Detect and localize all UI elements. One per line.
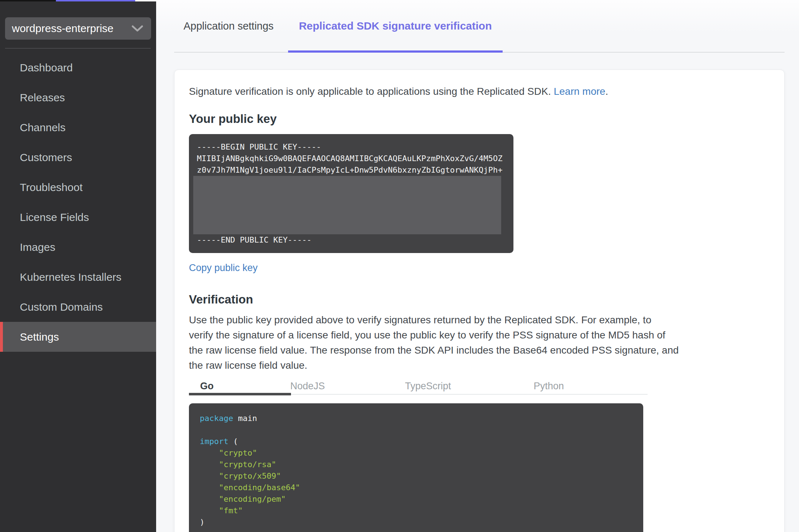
intro-sentence: Signature verification is only applicabl… xyxy=(189,86,554,97)
app-selector-value: wordpress-enterprise xyxy=(12,22,114,35)
code-line: "fmt" xyxy=(200,505,632,517)
sidebar-item-label: Customers xyxy=(20,151,72,164)
sidebar-item-label: Settings xyxy=(20,331,59,343)
verification-description-line: Use the public key provided above to ver… xyxy=(189,312,770,328)
sidebar-item-channels[interactable]: Channels xyxy=(0,112,156,142)
intro-period: . xyxy=(605,86,608,97)
top-strip xyxy=(0,0,156,1)
sidebar-item-kubernetes-installers[interactable]: Kubernetes Installers xyxy=(0,262,156,292)
code-token-kw: import xyxy=(200,437,228,446)
key-line-2: z0v7Jh7M1NgV1joeu9l1/IaCPsMpyIcL+Dnw5Pdv… xyxy=(197,164,506,176)
code-token-str: "crypto/x509" xyxy=(219,471,281,480)
verification-description-line: verify the signature of a license field,… xyxy=(189,328,770,343)
tab-application-settings[interactable]: Application settings xyxy=(184,20,274,32)
sidebar-item-label: Releases xyxy=(20,92,65,104)
go-code-block: package main import ( "crypto" "crypto/r… xyxy=(189,403,643,532)
verification-description-line: the raw license field value. The respons… xyxy=(189,343,770,358)
code-token-str: "crypto" xyxy=(219,448,257,457)
tab-replicated-sdk-signature-verification[interactable]: Replicated SDK signature verification xyxy=(288,0,503,52)
sidebar-item-custom-domains[interactable]: Custom Domains xyxy=(0,292,156,322)
sidebar-item-dashboard[interactable]: Dashboard xyxy=(0,53,156,83)
language-tab-nodejs[interactable]: NodeJS xyxy=(290,378,325,394)
sidebar-item-label: Images xyxy=(20,241,55,253)
public-key-heading: Your public key xyxy=(189,112,770,126)
language-tab-python[interactable]: Python xyxy=(534,378,564,394)
sidebar-item-label: License Fields xyxy=(20,211,89,223)
key-end-line: -----END PUBLIC KEY----- xyxy=(197,234,506,246)
sidebar-item-images[interactable]: Images xyxy=(0,232,156,262)
top-strip-purple-segment xyxy=(56,0,135,1)
code-token-pl: main xyxy=(233,414,257,423)
code-line: "crypto/rsa" xyxy=(200,459,632,470)
sidebar-item-releases[interactable]: Releases xyxy=(0,83,156,112)
code-line: "encoding/pem" xyxy=(200,493,632,505)
code-line: package main xyxy=(200,413,632,424)
code-token-pl xyxy=(200,471,219,480)
redacted-key-overlay xyxy=(193,176,501,234)
sidebar: wordpress-enterprise DashboardReleasesCh… xyxy=(0,0,156,532)
sdk-verification-card: Signature verification is only applicabl… xyxy=(174,70,785,532)
key-line-1: MIIBIjANBgkqhkiG9w0BAQEFAAOCAQ8AMIIBCgKC… xyxy=(197,153,506,164)
code-line: "crypto/x509" xyxy=(200,470,632,482)
sidebar-item-troubleshoot[interactable]: Troubleshoot xyxy=(0,172,156,202)
public-key-block: -----BEGIN PUBLIC KEY----- MIIBIjANBgkqh… xyxy=(189,134,513,253)
sidebar-item-license-fields[interactable]: License Fields xyxy=(0,202,156,232)
code-token-str: "crypto/rsa" xyxy=(219,460,276,469)
sidebar-item-settings[interactable]: Settings xyxy=(0,322,156,352)
app-selector-dropdown[interactable]: wordpress-enterprise xyxy=(5,17,151,40)
language-tab-typescript[interactable]: TypeScript xyxy=(405,378,451,394)
verification-description-line: the raw license field value. xyxy=(189,358,770,373)
sidebar-item-label: Kubernetes Installers xyxy=(20,271,122,283)
code-line: ) xyxy=(200,517,632,528)
intro-text: Signature verification is only applicabl… xyxy=(189,86,770,97)
verification-heading: Verification xyxy=(189,292,770,307)
chevron-down-icon xyxy=(132,25,143,32)
code-line xyxy=(200,424,632,436)
code-token-pl xyxy=(200,506,219,515)
code-line: "crypto" xyxy=(200,447,632,459)
code-token-str: "encoding/base64" xyxy=(219,483,300,492)
settings-tabs: Application settingsReplicated SDK signa… xyxy=(174,0,785,53)
sidebar-item-label: Custom Domains xyxy=(20,301,103,313)
code-token-pl: ( xyxy=(228,437,238,446)
copy-public-key-link[interactable]: Copy public key xyxy=(189,262,258,274)
sidebar-item-label: Channels xyxy=(20,121,66,134)
main-content: Application settingsReplicated SDK signa… xyxy=(156,0,799,532)
language-tab-go[interactable]: Go xyxy=(200,378,214,394)
top-strip-dark-segment xyxy=(0,0,56,1)
code-token-pl xyxy=(200,448,219,457)
code-line: import ( xyxy=(200,436,632,447)
app-root: wordpress-enterprise DashboardReleasesCh… xyxy=(0,0,799,532)
code-token-pl xyxy=(200,460,219,469)
sidebar-item-label: Dashboard xyxy=(20,62,73,74)
code-token-str: "encoding/pem" xyxy=(219,495,286,504)
code-token-pl: ) xyxy=(200,518,204,527)
sidebar-divider xyxy=(5,48,151,49)
verification-description: Use the public key provided above to ver… xyxy=(189,312,770,373)
active-language-underline xyxy=(189,393,291,395)
code-token-kw: package xyxy=(200,414,233,423)
sidebar-item-label: Troubleshoot xyxy=(20,181,83,194)
sidebar-item-customers[interactable]: Customers xyxy=(0,142,156,172)
code-token-str: "fmt" xyxy=(219,506,243,515)
code-token-pl xyxy=(200,495,219,504)
learn-more-link[interactable]: Learn more xyxy=(554,86,605,97)
sidebar-nav: DashboardReleasesChannelsCustomersTroubl… xyxy=(0,53,156,352)
key-begin-line: -----BEGIN PUBLIC KEY----- xyxy=(197,141,506,153)
code-line: "encoding/base64" xyxy=(200,482,632,493)
code-token-pl xyxy=(200,483,219,492)
language-tabs: GoNodeJSTypeScriptPython xyxy=(189,378,648,395)
